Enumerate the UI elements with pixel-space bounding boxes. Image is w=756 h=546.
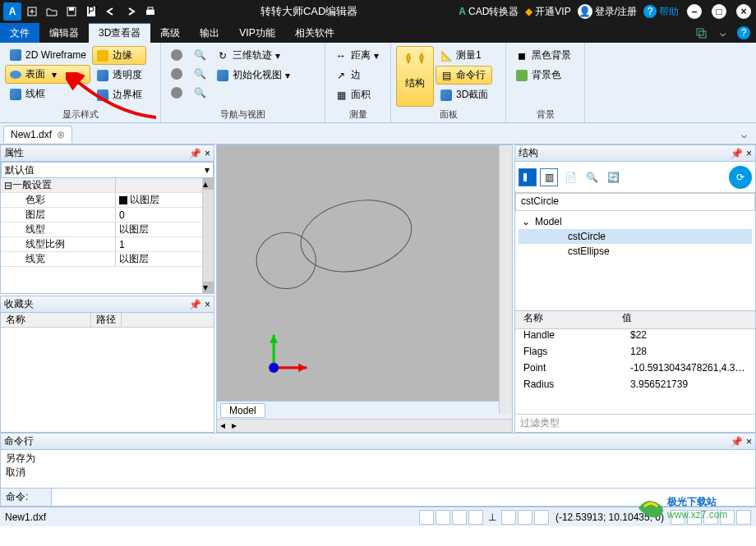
model-tab[interactable]: Model: [220, 403, 265, 418]
sp-name-col[interactable]: 名称: [515, 311, 622, 328]
struct-view-1[interactable]: [519, 168, 537, 186]
black-bg-button[interactable]: ◼黑色背景: [511, 46, 575, 65]
orbit3d-button[interactable]: ↻三维轨迹▾: [212, 46, 294, 65]
tree-root[interactable]: ⌄Model: [519, 214, 752, 229]
close-panel-icon[interactable]: ×: [746, 436, 752, 447]
app-title: 转转大师CAD编辑器: [159, 4, 459, 19]
maximize-icon[interactable]: □: [710, 2, 728, 21]
collapse-ribbon-icon[interactable]: ⌵: [713, 24, 731, 42]
status-btn[interactable]: [501, 510, 516, 525]
surface-button[interactable]: 表面▾: [5, 65, 90, 84]
wireframe-button[interactable]: 线框: [5, 85, 90, 103]
save-icon[interactable]: [62, 2, 81, 21]
minimize-icon[interactable]: –: [685, 2, 703, 21]
nav-btn-2[interactable]: [166, 65, 187, 83]
struct-btn-5[interactable]: 🔄: [604, 168, 622, 186]
area-button[interactable]: ▦面积: [330, 85, 383, 104]
measure1-button[interactable]: 📐测量1: [436, 46, 492, 65]
redo-icon[interactable]: [122, 2, 140, 21]
wireframe2d-button[interactable]: 2D Wireframe: [5, 46, 90, 64]
open-icon[interactable]: [43, 2, 61, 21]
nav-btn-1[interactable]: [166, 46, 187, 64]
prop-row[interactable]: 图层0: [1, 208, 214, 223]
menu-related[interactable]: 相关软件: [285, 23, 344, 43]
pin-icon[interactable]: 📌: [731, 148, 743, 159]
status-btn[interactable]: [436, 510, 450, 525]
viewport[interactable]: [217, 145, 512, 401]
nav-btn-3[interactable]: [166, 84, 187, 102]
menu-editor[interactable]: 编辑器: [39, 23, 89, 43]
status-btn[interactable]: [687, 510, 702, 525]
structure-button[interactable]: 结构: [396, 46, 434, 107]
sp-value-col[interactable]: 值: [622, 311, 632, 328]
status-btn[interactable]: [671, 510, 685, 525]
close-panel-icon[interactable]: ×: [746, 148, 752, 159]
struct-view-2[interactable]: ▥: [540, 168, 558, 186]
menu-output[interactable]: 输出: [190, 23, 229, 43]
struct-btn-3[interactable]: 📄: [561, 168, 579, 186]
status-btn[interactable]: [468, 510, 483, 525]
prop-row[interactable]: 色彩以图层: [1, 193, 214, 208]
section3d-button[interactable]: 3D截面: [436, 85, 492, 104]
refresh-icon[interactable]: ⟳: [729, 166, 752, 189]
menu-3d-viewer[interactable]: 3D查看器: [89, 23, 150, 43]
command-input[interactable]: [52, 489, 755, 506]
prop-row[interactable]: 线型比例1: [1, 237, 214, 252]
help-icon[interactable]: ?: [735, 24, 753, 42]
menu-advanced[interactable]: 高级: [150, 23, 190, 43]
edge-measure-button[interactable]: ↗边: [330, 66, 383, 85]
close-icon[interactable]: ×: [735, 2, 753, 21]
distance-button[interactable]: ↔距离▾: [330, 46, 383, 65]
fav-col-path[interactable]: 路径: [91, 313, 122, 327]
print-icon[interactable]: [141, 2, 159, 21]
status-btn[interactable]: [419, 510, 434, 525]
tree-item[interactable]: cstCircle: [519, 229, 752, 244]
status-btn[interactable]: [518, 510, 532, 525]
transparency-button[interactable]: 透明度: [92, 66, 146, 85]
menu-file[interactable]: 文件: [0, 23, 39, 43]
pin-icon[interactable]: 📌: [731, 436, 743, 447]
nav-btn-5[interactable]: 🔍: [189, 65, 210, 83]
bbox-button[interactable]: 边界框: [92, 85, 146, 104]
nav-btn-4[interactable]: 🔍: [189, 46, 210, 64]
prop-row[interactable]: 线型以图层: [1, 223, 214, 237]
app-logo[interactable]: A: [3, 2, 21, 21]
close-panel-icon[interactable]: ×: [205, 299, 210, 310]
status-btn[interactable]: [720, 510, 735, 525]
help-link[interactable]: ?帮助: [643, 5, 679, 19]
horizontal-scrollbar[interactable]: ◂▸: [217, 419, 512, 432]
status-btn[interactable]: [452, 510, 467, 525]
filter-type[interactable]: 过滤类型: [515, 414, 755, 432]
bg-color-button[interactable]: 背景色: [511, 66, 575, 85]
prop-row[interactable]: 线宽以图层: [1, 252, 214, 267]
breadcrumb[interactable]: cstCircle: [515, 193, 755, 211]
init-view-button[interactable]: 初始化视图▾: [212, 66, 294, 85]
pin-icon[interactable]: 📌: [189, 299, 201, 310]
close-panel-icon[interactable]: ×: [205, 148, 210, 159]
status-btn[interactable]: [534, 510, 549, 525]
command-panel: 命令行📌× 另存为 取消 命令:: [0, 433, 756, 507]
vip-link[interactable]: ◆开通VIP: [525, 5, 570, 19]
copy-icon[interactable]: [692, 24, 710, 42]
fav-col-name[interactable]: 名称: [1, 313, 91, 327]
edge-button[interactable]: 边缘: [92, 46, 146, 65]
converter-link[interactable]: ACAD转换器: [459, 5, 519, 19]
undo-icon[interactable]: [102, 2, 120, 21]
properties-dropdown[interactable]: 默认值▾: [1, 162, 214, 178]
scrollbar[interactable]: ▴▾: [202, 178, 214, 293]
status-btn[interactable]: [736, 510, 751, 525]
cmdline-button[interactable]: ▤命令行: [436, 66, 492, 85]
menu-vip[interactable]: VIP功能: [229, 23, 284, 43]
pin-icon[interactable]: 📌: [189, 148, 201, 159]
nav-btn-6[interactable]: 🔍: [189, 84, 210, 102]
tab-overflow-icon[interactable]: ⌵: [735, 126, 753, 144]
pdf-icon[interactable]: PDF: [82, 2, 100, 21]
login-link[interactable]: 👤登录/注册: [578, 4, 637, 19]
close-tab-icon[interactable]: ⊗: [57, 129, 65, 140]
struct-btn-4[interactable]: 🔍: [583, 168, 601, 186]
status-btn[interactable]: [703, 510, 718, 525]
tree-item[interactable]: cstEllipse: [519, 244, 752, 259]
document-tab[interactable]: New1.dxf ⊗: [3, 126, 72, 143]
vertical-scrollbar[interactable]: [499, 145, 512, 414]
new-icon[interactable]: [23, 2, 41, 21]
